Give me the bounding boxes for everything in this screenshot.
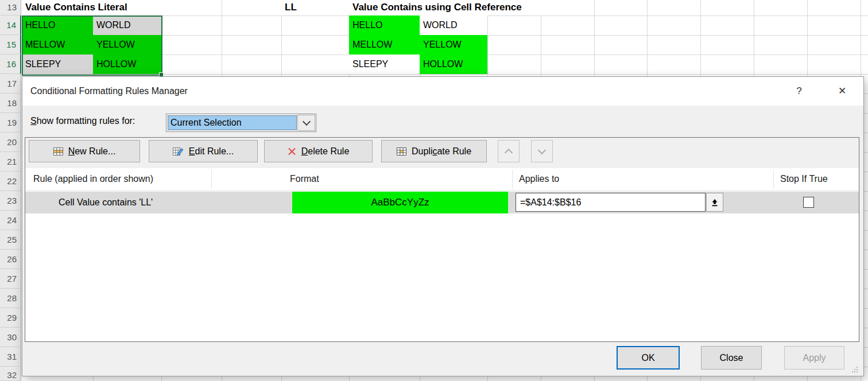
dropdown-button[interactable] xyxy=(297,115,315,131)
applies-to-input[interactable] xyxy=(516,193,706,212)
row-header-16[interactable]: 16 xyxy=(0,55,21,74)
row-header-21[interactable]: 21 xyxy=(0,152,21,172)
excel-window: Value Contains Literal LL Value Contains… xyxy=(0,0,868,381)
header-value-contains-cellref[interactable]: Value Contains using Cell Reference xyxy=(349,0,579,15)
cell-b16[interactable]: HOLLOW xyxy=(93,55,161,74)
apply-button[interactable]: Apply xyxy=(784,346,844,370)
range-select-arrow-icon xyxy=(711,198,719,207)
edit-rule-label: Edit Rule... xyxy=(189,146,234,157)
chevron-down-icon xyxy=(302,118,310,126)
cell-g15[interactable]: MELLOW xyxy=(349,35,420,55)
col-format-header: Format xyxy=(290,168,319,190)
row-header-17[interactable]: 17 xyxy=(0,74,21,94)
cell-a15[interactable]: MELLOW xyxy=(22,35,93,55)
rules-box: New Rule... Edit Rule... xyxy=(25,137,859,342)
cell-h16[interactable]: HOLLOW xyxy=(420,55,487,74)
col-rule-header: Rule (applied in order shown) xyxy=(33,168,153,190)
duplicate-rule-button[interactable]: Duplicate Rule xyxy=(381,140,487,162)
duplicate-rule-label: Duplicate Rule xyxy=(412,146,471,157)
show-rules-dropdown[interactable]: Current Selection xyxy=(166,114,316,132)
row-header-14[interactable]: 14 xyxy=(0,15,21,35)
close-icon[interactable]: ✕ xyxy=(831,77,854,106)
column-separator xyxy=(773,170,774,189)
dropdown-value[interactable]: Current Selection xyxy=(168,115,297,130)
delete-rule-button[interactable]: Delete Rule xyxy=(264,140,373,162)
cell-h14[interactable]: WORLD xyxy=(420,15,487,35)
dialog-title: Conditional Formatting Rules Manager xyxy=(30,77,188,106)
header-ll[interactable]: LL xyxy=(281,0,349,15)
new-rule-button[interactable]: New Rule... xyxy=(29,140,140,162)
cell-b14[interactable]: WORLD xyxy=(93,15,161,35)
cell-b15[interactable]: YELLOW xyxy=(93,35,161,55)
chevron-up-icon xyxy=(505,148,513,156)
edit-rule-pencil-icon xyxy=(173,147,184,156)
col-stop-header: Stop If True xyxy=(780,168,828,190)
delete-rule-label: Delete Rule xyxy=(301,146,350,157)
row-header-24[interactable]: 24 xyxy=(0,211,21,230)
row-header-23[interactable]: 23 xyxy=(0,191,21,211)
row-header-26[interactable]: 26 xyxy=(0,250,21,269)
duplicate-rule-table-icon xyxy=(397,147,406,156)
new-rule-table-icon xyxy=(53,147,63,156)
rule-name: Cell Value contains 'LL' xyxy=(59,192,153,213)
cell-h15[interactable]: YELLOW xyxy=(420,35,487,55)
row-header-28[interactable]: 28 xyxy=(0,289,21,308)
row-header-31[interactable]: 31 xyxy=(0,347,21,367)
rules-list-header: Rule (applied in order shown) Format App… xyxy=(25,168,859,191)
row-header-29[interactable]: 29 xyxy=(0,308,21,328)
stop-if-true-checkbox[interactable] xyxy=(803,197,814,208)
delete-x-icon xyxy=(288,147,296,155)
rules-toolbar: New Rule... Edit Rule... xyxy=(25,138,859,168)
show-rules-label: Show formatting rules for: xyxy=(30,116,135,126)
dialog-titlebar[interactable]: Conditional Formatting Rules Manager ? ✕ xyxy=(22,77,863,106)
move-rule-down-button[interactable] xyxy=(531,140,553,162)
row-header-22[interactable]: 22 xyxy=(0,172,21,191)
row-header-18[interactable]: 18 xyxy=(0,94,21,113)
column-separator xyxy=(211,170,212,189)
edit-rule-button[interactable]: Edit Rule... xyxy=(149,140,258,162)
row-header-20[interactable]: 20 xyxy=(0,133,21,152)
row-header-13[interactable]: 13 xyxy=(0,0,21,15)
ok-button[interactable]: OK xyxy=(617,346,680,370)
col-applies-header: Applies to xyxy=(519,168,559,190)
column-separator xyxy=(512,170,513,189)
show-rules-accel: S xyxy=(30,116,37,126)
move-rule-up-button[interactable] xyxy=(498,140,520,162)
header-value-contains-literal[interactable]: Value Contains Literal xyxy=(22,0,183,15)
chevron-down-icon xyxy=(538,146,546,154)
row-header-32[interactable]: 32 xyxy=(0,367,21,381)
format-preview-swatch: AaBbCcYyZz xyxy=(292,192,508,213)
row-header-15[interactable]: 15 xyxy=(0,35,21,55)
close-button[interactable]: Close xyxy=(701,346,762,370)
cell-a14[interactable]: HELLO xyxy=(22,15,93,35)
row-header-30[interactable]: 30 xyxy=(0,328,21,347)
row-header-25[interactable]: 25 xyxy=(0,230,21,250)
help-icon[interactable]: ? xyxy=(790,77,808,106)
collapse-dialog-button[interactable] xyxy=(706,193,723,212)
cell-a16[interactable]: SLEEPY xyxy=(22,55,93,74)
show-rules-rest: how formatting rules for: xyxy=(37,116,135,126)
cell-g16[interactable]: SLEEPY xyxy=(349,55,420,74)
resize-grip[interactable] xyxy=(851,366,858,373)
cell-g14[interactable]: HELLO xyxy=(349,15,420,35)
row-header-19[interactable]: 19 xyxy=(0,113,21,133)
new-rule-label: New Rule... xyxy=(68,146,116,157)
rule-row[interactable]: Cell Value contains 'LL' AaBbCcYyZz xyxy=(25,192,859,213)
row-header-27[interactable]: 27 xyxy=(0,269,21,289)
cf-rules-manager-dialog: Conditional Formatting Rules Manager ? ✕… xyxy=(22,76,864,376)
